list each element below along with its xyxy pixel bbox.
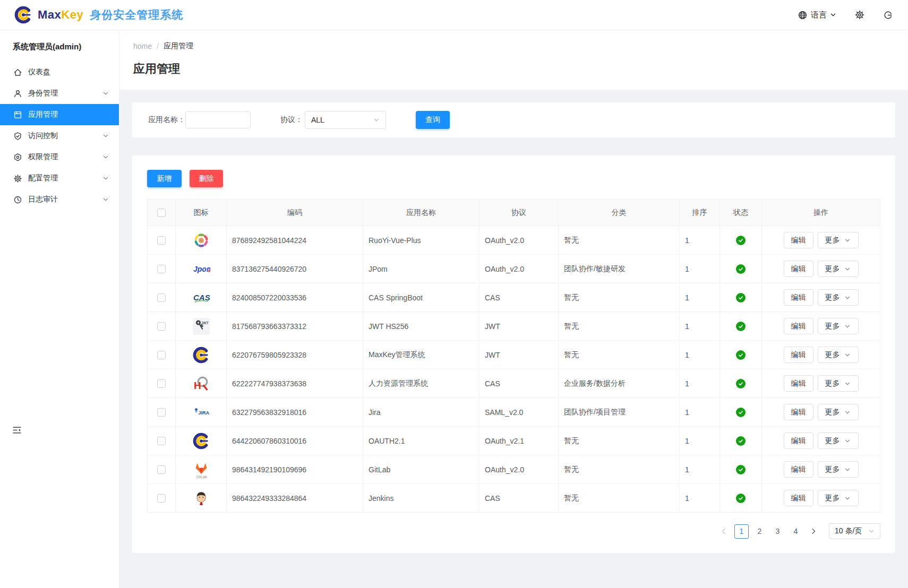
row-checkbox[interactable] — [157, 494, 166, 503]
menu-fold-icon[interactable] — [12, 426, 22, 435]
row-select-cell — [148, 427, 176, 455]
sidebar-item-permission[interactable]: 权限管理 — [0, 146, 119, 168]
edit-button[interactable]: 编辑 — [784, 433, 813, 449]
app-sort: 1 — [680, 427, 720, 455]
jira-icon: JIRA — [192, 403, 210, 421]
sidebar-item-audit[interactable]: 日志审计 — [0, 189, 119, 210]
more-button[interactable]: 更多 — [818, 261, 859, 277]
add-button[interactable]: 新增 — [147, 170, 182, 187]
app-icon-cell: GitLab — [176, 455, 227, 484]
identity-icon — [13, 89, 22, 98]
brand[interactable]: Max Key 身份安全管理系统 — [14, 5, 183, 24]
audit-clock-icon — [13, 195, 22, 204]
page-number-4[interactable]: 4 — [789, 524, 803, 539]
edit-button[interactable]: 编辑 — [784, 318, 813, 334]
app-icon-cell — [176, 226, 227, 255]
row-checkbox[interactable] — [157, 465, 166, 474]
row-actions-cell: 编辑更多 — [762, 427, 880, 455]
delete-button[interactable]: 删除 — [190, 170, 223, 187]
table-row: JWT817568793663373312JWT HS256JWT暂无1编辑更多 — [148, 312, 880, 341]
column-header: 排序 — [680, 200, 720, 226]
protocol-filter-label: 协议： — [280, 115, 303, 125]
page-number-2[interactable]: 2 — [752, 524, 767, 539]
status-enabled-icon — [736, 293, 746, 302]
sidebar-item-apps[interactable]: 应用管理 — [0, 104, 119, 125]
svg-text:GitLab: GitLab — [196, 474, 207, 478]
row-checkbox[interactable] — [157, 351, 166, 359]
more-button[interactable]: 更多 — [818, 490, 859, 506]
language-menu[interactable]: 语言 — [798, 10, 836, 20]
page-size-select[interactable]: 10 条/页 — [829, 523, 880, 539]
edit-button[interactable]: 编辑 — [784, 490, 813, 506]
more-button[interactable]: 更多 — [818, 318, 859, 334]
page-number-3[interactable]: 3 — [770, 524, 785, 539]
brand-name: Max Key 身份安全管理系统 — [38, 7, 183, 22]
protocol-select[interactable]: ALL — [305, 111, 386, 129]
chevron-down-icon — [844, 409, 851, 416]
sidebar-item-access[interactable]: 访问控制 — [0, 125, 119, 146]
jwt-icon: JWT — [192, 317, 210, 335]
table-row: GitLab986431492190109696GitLabOAuth_v2.0… — [148, 455, 880, 484]
more-button[interactable]: 更多 — [818, 404, 859, 420]
app-name-input[interactable] — [185, 111, 251, 128]
row-checkbox[interactable] — [157, 437, 166, 445]
page-header: home / 应用管理 应用管理 — [119, 30, 908, 90]
select-all-checkbox[interactable] — [157, 209, 166, 217]
next-page-icon[interactable] — [807, 524, 820, 538]
more-button[interactable]: 更多 — [818, 232, 859, 248]
more-button[interactable]: 更多 — [818, 289, 859, 306]
edit-button[interactable]: 编辑 — [784, 347, 813, 363]
app-name: RuoYi-Vue-Plus — [363, 226, 479, 255]
app-category: 企业服务/数据分析 — [559, 369, 680, 398]
edit-button[interactable]: 编辑 — [784, 289, 813, 306]
column-header: 图标 — [176, 200, 227, 226]
row-checkbox[interactable] — [157, 379, 166, 388]
svg-text:H: H — [194, 380, 201, 391]
sidebar-item-label: 配置管理 — [28, 174, 58, 183]
row-checkbox[interactable] — [157, 322, 166, 331]
sidebar-item-config[interactable]: 配置管理 — [0, 168, 119, 189]
app-code: 622076759805923328 — [227, 341, 363, 369]
page-number-1[interactable]: 1 — [734, 524, 749, 539]
more-button[interactable]: 更多 — [818, 461, 859, 478]
sidebar: 系统管理员(admin) 仪表盘身份管理应用管理访问控制权限管理配置管理日志审计 — [0, 30, 119, 588]
app-name: JWT HS256 — [363, 312, 479, 341]
edit-button[interactable]: 编辑 — [784, 261, 813, 277]
search-button[interactable]: 查询 — [416, 111, 450, 129]
apps-icon — [13, 110, 22, 119]
app-name: MaxKey管理系统 — [363, 341, 479, 369]
table-card: 新增 删除 图标编码应用名称 — [132, 155, 895, 553]
app-category: 团队协作/敏捷研发 — [559, 255, 680, 283]
app-sort: 1 — [680, 255, 720, 283]
sidebar-item-dashboard[interactable]: 仪表盘 — [0, 62, 119, 83]
chevron-down-icon — [844, 323, 851, 330]
more-button[interactable]: 更多 — [818, 347, 859, 363]
edit-button[interactable]: 编辑 — [784, 232, 813, 248]
row-checkbox[interactable] — [157, 265, 166, 273]
maxkey-app-window: Max Key 身份安全管理系统 语言 系统管理员(admin) 仪表盘身份管理… — [0, 0, 908, 588]
edit-button[interactable]: 编辑 — [784, 375, 813, 392]
current-user-label: 系统管理员(admin) — [0, 30, 119, 57]
gitlab-icon: GitLab — [192, 461, 210, 479]
breadcrumb-home[interactable]: home — [133, 42, 152, 50]
edit-button[interactable]: 编辑 — [784, 461, 813, 478]
settings-gear-icon[interactable] — [854, 10, 865, 20]
app-sort: 1 — [680, 283, 720, 312]
row-checkbox[interactable] — [157, 293, 166, 302]
dashboard-icon — [13, 68, 22, 77]
app-sort: 1 — [680, 369, 720, 398]
cas-icon: CAS — [192, 289, 210, 307]
logout-icon[interactable] — [883, 10, 893, 20]
prev-page-icon[interactable] — [717, 524, 731, 538]
app-protocol: JWT — [479, 341, 559, 369]
sidebar-item-identity[interactable]: 身份管理 — [0, 83, 119, 104]
app-category: 团队协作/项目管理 — [559, 398, 680, 427]
more-button[interactable]: 更多 — [818, 375, 859, 392]
row-actions-cell: 编辑更多 — [762, 369, 880, 398]
more-button[interactable]: 更多 — [818, 433, 859, 449]
row-checkbox[interactable] — [157, 236, 166, 245]
app-protocol: JWT — [479, 312, 559, 341]
edit-button[interactable]: 编辑 — [784, 404, 813, 420]
app-sort: 1 — [680, 341, 720, 369]
row-checkbox[interactable] — [157, 408, 166, 417]
